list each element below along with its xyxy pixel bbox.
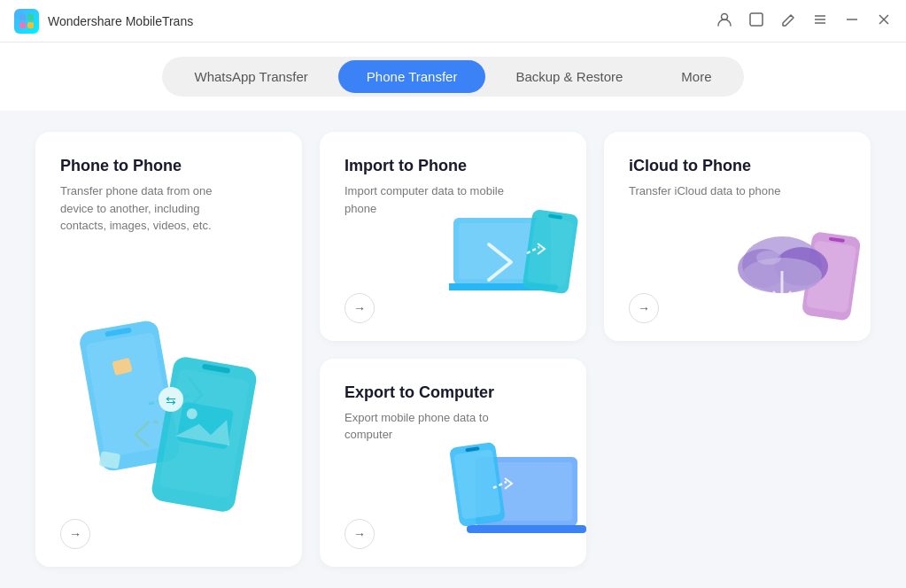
svg-rect-1 xyxy=(27,14,34,20)
card-export-title: Export to Computer xyxy=(345,383,561,402)
titlebar: Wondershare MobileTrans xyxy=(0,0,906,43)
menu-icon[interactable] xyxy=(812,12,828,30)
svg-rect-2 xyxy=(19,22,26,28)
tab-backup-restore[interactable]: Backup & Restore xyxy=(487,60,651,93)
titlebar-controls xyxy=(716,12,892,30)
nav-tabs-container: WhatsApp Transfer Phone Transfer Backup … xyxy=(162,57,743,97)
person-icon[interactable] xyxy=(716,12,732,30)
main-content: Phone to Phone Transfer phone data from … xyxy=(0,111,906,588)
minimize-icon[interactable] xyxy=(844,12,860,30)
app-name: Wondershare MobileTrans xyxy=(48,14,193,28)
pencil-icon[interactable] xyxy=(780,12,796,30)
tab-whatsapp[interactable]: WhatsApp Transfer xyxy=(166,60,336,93)
svg-rect-3 xyxy=(27,22,34,28)
card-import-to-phone[interactable]: Import to Phone Import computer data to … xyxy=(320,132,586,341)
nav-bar: WhatsApp Transfer Phone Transfer Backup … xyxy=(0,43,906,111)
svg-rect-0 xyxy=(19,14,26,20)
card-export-arrow[interactable]: → xyxy=(345,519,375,549)
close-icon[interactable] xyxy=(876,12,892,30)
card-phone-to-phone-title: Phone to Phone xyxy=(60,157,277,175)
card-phone-to-phone-arrow[interactable]: → xyxy=(60,519,90,549)
tab-more[interactable]: More xyxy=(653,60,740,93)
svg-point-37 xyxy=(756,251,781,265)
svg-rect-5 xyxy=(750,13,763,26)
card-icloud-to-phone[interactable]: iCloud to Phone Transfer iCloud data to … xyxy=(604,132,871,341)
svg-rect-40 xyxy=(467,525,586,533)
card-icloud-desc: Transfer iCloud data to phone xyxy=(629,182,806,200)
card-phone-to-phone[interactable]: Phone to Phone Transfer phone data from … xyxy=(35,132,302,567)
tab-phone-transfer[interactable]: Phone Transfer xyxy=(338,60,486,93)
svg-text:⇆: ⇆ xyxy=(166,393,176,407)
titlebar-left: Wondershare MobileTrans xyxy=(14,9,193,34)
card-import-arrow[interactable]: → xyxy=(345,293,375,323)
app-icon xyxy=(14,9,39,34)
card-icloud-title: iCloud to Phone xyxy=(629,157,846,175)
card-icloud-arrow[interactable]: → xyxy=(629,293,659,323)
card-export-to-computer[interactable]: Export to Computer Export mobile phone d… xyxy=(320,359,586,568)
square-icon[interactable] xyxy=(748,12,764,30)
card-import-title: Import to Phone xyxy=(345,157,561,175)
card-phone-to-phone-desc: Transfer phone data from one device to a… xyxy=(60,182,237,235)
cards-grid: Phone to Phone Transfer phone data from … xyxy=(35,132,871,567)
